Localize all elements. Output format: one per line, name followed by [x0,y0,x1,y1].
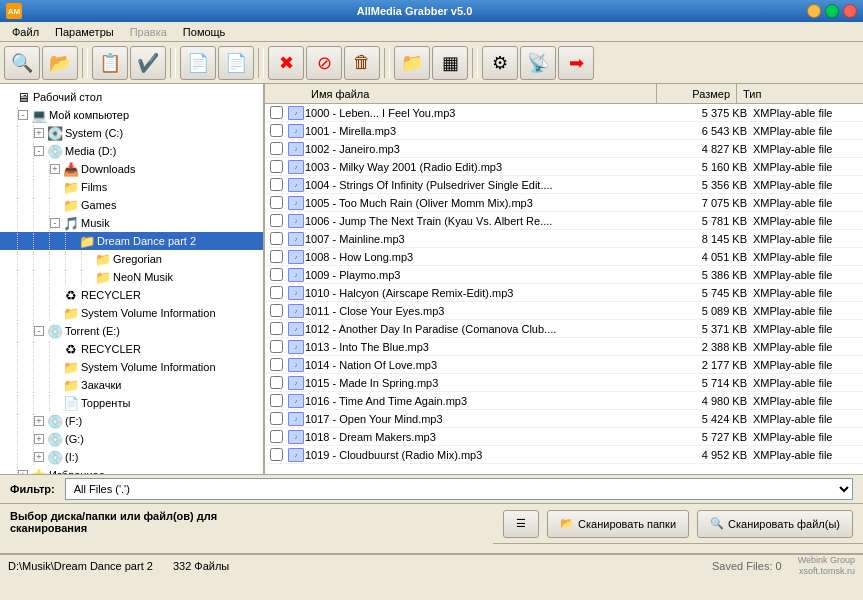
file-checkbox[interactable] [265,160,287,173]
tree-expander-mycomputer[interactable]: - [18,110,28,120]
tree-expander-favorites[interactable]: + [18,470,28,474]
file-row[interactable]: ♪1004 - Strings Of Infinity (Pulsedriver… [265,176,863,194]
file-row[interactable]: ♪1017 - Open Your Mind.mp35 424 KBXMPlay… [265,410,863,428]
tree-item-drive-i[interactable]: +💿(I:) [0,448,263,466]
network-btn[interactable]: 📡 [520,46,556,80]
file-check-input[interactable] [270,304,283,317]
copy2-btn[interactable]: 📄 [218,46,254,80]
tree-item-drive-f[interactable]: +💿(F:) [0,412,263,430]
file-check-input[interactable] [270,142,283,155]
tree-expander-drive-d[interactable]: - [34,146,44,156]
tree-item-downloads[interactable]: +📥Downloads [0,160,263,178]
file-check-input[interactable] [270,268,283,281]
file-checkbox[interactable] [265,268,287,281]
col-header-type[interactable]: Тип [737,84,847,103]
file-row[interactable]: ♪1018 - Dream Makers.mp35 727 KBXMPlay-a… [265,428,863,446]
file-row[interactable]: ♪1000 - Leben... I Feel You.mp35 375 KBX… [265,104,863,122]
menu-item-файл[interactable]: Файл [4,24,47,40]
scan-files-button[interactable]: 🔍 Сканировать файл(ы) [697,510,853,538]
file-checkbox[interactable] [265,304,287,317]
delete-btn[interactable]: ✖ [268,46,304,80]
tree-item-games[interactable]: 📁Games [0,196,263,214]
scan-folders-button[interactable]: 📂 Сканировать папки [547,510,689,538]
file-checkbox[interactable] [265,448,287,461]
file-row[interactable]: ♪1014 - Nation Of Love.mp32 177 KBXMPlay… [265,356,863,374]
tree-expander-musik[interactable]: - [50,218,60,228]
exit-btn[interactable]: ➡ [558,46,594,80]
cancel-btn[interactable]: ⊘ [306,46,342,80]
file-checkbox[interactable] [265,178,287,191]
tree-expander-drive-i[interactable]: + [34,452,44,462]
col-header-name[interactable]: Имя файла [305,84,657,103]
file-checkbox[interactable] [265,232,287,245]
file-check-input[interactable] [270,376,283,389]
file-row[interactable]: ♪1006 - Jump The Next Train (Kyau Vs. Al… [265,212,863,230]
col-header-size[interactable]: Размер [657,84,737,103]
check-btn[interactable]: ✔️ [130,46,166,80]
tree-item-musik[interactable]: -🎵Musik [0,214,263,232]
file-check-input[interactable] [270,430,283,443]
file-checkbox[interactable] [265,322,287,335]
folder-btn[interactable]: 📁 [394,46,430,80]
file-check-input[interactable] [270,286,283,299]
file-row[interactable]: ♪1013 - Into The Blue.mp32 388 KBXMPlay-… [265,338,863,356]
tree-item-favorites[interactable]: +⭐Избранное [0,466,263,474]
file-row[interactable]: ♪1005 - Too Much Rain (Oliver Momm Mix).… [265,194,863,212]
file-row[interactable]: ♪1019 - Cloudbuurst (Radio Mix).mp34 952… [265,446,863,464]
tree-item-sysvolinfo-e[interactable]: 📁System Volume Information [0,358,263,376]
tree-expander-drive-f[interactable]: + [34,416,44,426]
file-checkbox[interactable] [265,196,287,209]
file-row[interactable]: ♪1010 - Halcyon (Airscape Remix-Edit).mp… [265,284,863,302]
file-check-input[interactable] [270,358,283,371]
file-checkbox[interactable] [265,412,287,425]
file-check-input[interactable] [270,394,283,407]
file-row[interactable]: ♪1008 - How Long.mp34 051 KBXMPlay-able … [265,248,863,266]
file-checkbox[interactable] [265,214,287,227]
file-row[interactable]: ♪1011 - Close Your Eyes.mp35 089 KBXMPla… [265,302,863,320]
file-check-input[interactable] [270,106,283,119]
menu-item-помощь[interactable]: Помощь [175,24,234,40]
tree-item-recycle-e[interactable]: ♻RECYCLER [0,340,263,358]
file-check-input[interactable] [270,124,283,137]
file-checkbox[interactable] [265,142,287,155]
file-check-input[interactable] [270,232,283,245]
file-row[interactable]: ♪1016 - Time And Time Again.mp34 980 KBX… [265,392,863,410]
file-row[interactable]: ♪1001 - Mirella.mp36 543 KBXMPlay-able f… [265,122,863,140]
file-list[interactable]: ♪1000 - Leben... I Feel You.mp35 375 KBX… [265,104,863,474]
file-check-input[interactable] [270,412,283,425]
file-row[interactable]: ♪1003 - Milky Way 2001 (Radio Edit).mp35… [265,158,863,176]
tree-item-drive-g[interactable]: +💿(G:) [0,430,263,448]
file-check-input[interactable] [270,160,283,173]
copy-btn[interactable]: 📄 [180,46,216,80]
tree-item-dream-dance[interactable]: 📁Dream Dance part 2 [0,232,263,250]
file-checkbox[interactable] [265,124,287,137]
grid-btn[interactable]: ▦ [432,46,468,80]
tree-panel[interactable]: 🖥Рабочий стол-💻Мой компьютер+💽System (C:… [0,84,265,474]
file-checkbox[interactable] [265,340,287,353]
tree-item-desktop[interactable]: 🖥Рабочий стол [0,88,263,106]
tree-expander-drive-c[interactable]: + [34,128,44,138]
filter-select[interactable]: All Files ('.')MP3 FilesWAV FilesOGG Fil… [65,478,853,500]
tree-item-drive-c[interactable]: +💽System (C:) [0,124,263,142]
tree-expander-drive-g[interactable]: + [34,434,44,444]
close-button[interactable] [843,4,857,18]
tree-item-films[interactable]: 📁Films [0,178,263,196]
file-check-input[interactable] [270,322,283,335]
file-checkbox[interactable] [265,250,287,263]
file-checkbox[interactable] [265,394,287,407]
file-checkbox[interactable] [265,286,287,299]
gear-btn[interactable]: ⚙ [482,46,518,80]
file-checkbox[interactable] [265,358,287,371]
tree-item-drive-e[interactable]: -💿Torrent (E:) [0,322,263,340]
select-button[interactable]: ☰ [503,510,539,538]
file-check-input[interactable] [270,250,283,263]
tree-item-mycomputer[interactable]: -💻Мой компьютер [0,106,263,124]
file-check-input[interactable] [270,178,283,191]
tree-item-zakachki[interactable]: 📁Закачки [0,376,263,394]
tree-expander-downloads[interactable]: + [50,164,60,174]
file-checkbox[interactable] [265,376,287,389]
search-btn[interactable]: 🔍 [4,46,40,80]
list-btn[interactable]: 📋 [92,46,128,80]
tree-item-recycle-d[interactable]: ♻RECYCLER [0,286,263,304]
menu-item-параметры[interactable]: Параметры [47,24,122,40]
